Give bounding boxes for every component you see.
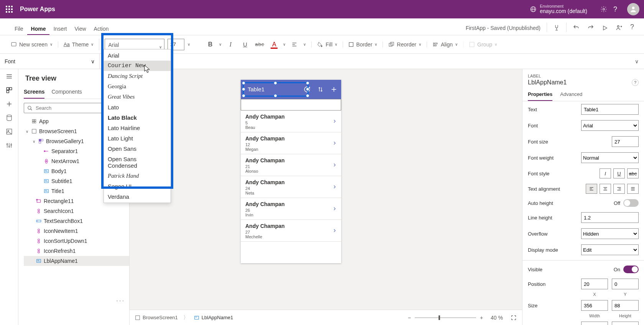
tree-tab-components[interactable]: Components (51, 86, 82, 99)
font-size-input[interactable] (168, 39, 184, 50)
canvas[interactable]: Table1 Andy Champan5BeauAndy Champan12Me… (130, 69, 522, 325)
pad-top-input[interactable] (581, 322, 608, 325)
border-button[interactable]: Border∨ (343, 41, 377, 48)
prop-fontsize-input[interactable] (612, 136, 639, 147)
font-option[interactable]: Great Vibes (104, 92, 171, 102)
app-checker-icon[interactable] (549, 22, 564, 35)
prop-fontweight-select[interactable]: Normal (581, 152, 639, 163)
zoom-out[interactable]: − (408, 315, 411, 321)
line-height-input[interactable] (581, 212, 639, 223)
font-color-button[interactable]: A (268, 39, 280, 50)
prop-underline-btn[interactable]: U (613, 168, 625, 178)
tab-action[interactable]: Action (90, 22, 113, 35)
new-screen-button[interactable]: New screen∨ (11, 41, 53, 48)
align-right-btn[interactable] (613, 184, 625, 194)
crumb-screen[interactable]: BrowseScreen1 (135, 315, 178, 320)
pos-x-input[interactable] (581, 279, 608, 289)
rail-hamburger[interactable] (6, 73, 13, 80)
rail-data[interactable] (6, 114, 13, 121)
font-option[interactable]: Lato (104, 102, 171, 112)
size-w-input[interactable] (581, 300, 608, 311)
preview-title[interactable]: Table1 (248, 86, 264, 92)
font-option[interactable]: Open Sans (104, 144, 171, 154)
font-combo[interactable]: Arial ∨ (105, 39, 164, 50)
strike-button[interactable]: abc (254, 39, 265, 50)
rail-advanced[interactable] (6, 142, 13, 149)
font-option[interactable]: Arial (104, 50, 171, 61)
chevron-right-icon[interactable] (332, 119, 337, 124)
prop-tab-properties[interactable]: Properties (528, 89, 552, 101)
reorder-button[interactable]: Reorder∨ (383, 41, 421, 48)
prop-text-input[interactable] (581, 104, 639, 115)
font-option[interactable]: Georgia (104, 81, 171, 92)
gallery-item[interactable]: Andy Champan21Alonso (241, 154, 341, 176)
gallery-item[interactable]: Andy Champan26Irvin (241, 198, 341, 220)
gallery-item[interactable]: Andy Champan24Neta (241, 176, 341, 198)
environment-picker[interactable]: Environment enayu.com (default) (530, 4, 587, 14)
zoom-in[interactable]: + (480, 315, 483, 321)
bold-button[interactable]: B (204, 39, 216, 50)
gallery-item[interactable]: Andy Champan12Megan (241, 132, 341, 154)
fill-button[interactable]: Fill∨ (311, 41, 337, 48)
prop-help-icon[interactable]: ? (632, 79, 639, 86)
visible-toggle[interactable] (623, 266, 639, 273)
rail-insert[interactable] (6, 101, 13, 107)
pos-y-input[interactable] (612, 279, 639, 289)
displaymode-select[interactable]: Edit (581, 244, 639, 255)
rail-media[interactable] (6, 128, 13, 135)
theme-button[interactable]: Aa Theme∨ (58, 41, 94, 48)
overflow-select[interactable]: Hidden (581, 228, 639, 239)
font-option[interactable]: Verdana (104, 191, 171, 202)
sort-icon[interactable] (317, 86, 324, 92)
prop-tab-advanced[interactable]: Advanced (560, 89, 582, 101)
prop-strike-btn[interactable]: abc (627, 168, 639, 178)
rail-treeview[interactable] (6, 87, 13, 94)
chevron-right-icon[interactable] (332, 206, 337, 211)
chevron-right-icon[interactable] (332, 162, 337, 168)
tree-node-iconnew[interactable]: IconNewItem1 (24, 226, 129, 236)
font-option[interactable]: Open Sans Condensed (104, 154, 171, 171)
settings-icon[interactable] (600, 6, 607, 13)
size-h-input[interactable] (612, 300, 639, 311)
font-option[interactable]: Dancing Script (104, 71, 171, 81)
tree-context-button[interactable]: · · · (117, 297, 124, 304)
chevron-right-icon[interactable] (332, 184, 337, 190)
font-option[interactable]: Lato Light (104, 133, 171, 144)
tree-node-iconsort[interactable]: IconSortUpDown1 (24, 236, 129, 246)
undo-icon[interactable] (569, 22, 583, 35)
tab-home[interactable]: Home (27, 22, 50, 35)
gallery-item[interactable]: Andy Champan27Mechelle (241, 220, 341, 242)
pad-bottom-input[interactable] (612, 322, 639, 325)
help-tab-icon[interactable]: ? (626, 21, 638, 35)
tree-node-searchicon[interactable]: SearchIcon1 (24, 206, 129, 216)
tab-view[interactable]: View (71, 22, 90, 35)
property-selector[interactable]: Font ∨ (0, 54, 100, 69)
chevron-right-icon[interactable] (332, 140, 337, 146)
prop-italic-btn[interactable]: I (600, 168, 611, 178)
tree-node-lblappname[interactable]: LblAppName1 (24, 256, 129, 266)
add-icon[interactable] (330, 86, 337, 93)
chevron-right-icon[interactable] (332, 228, 337, 233)
italic-button[interactable]: I (225, 39, 236, 50)
align-button[interactable]: Align∨ (427, 41, 458, 48)
text-align-button[interactable] (289, 39, 300, 50)
align-justify-btn[interactable] (627, 184, 639, 194)
font-option[interactable]: Courier New (104, 61, 171, 71)
help-icon[interactable]: ? (613, 5, 617, 13)
tab-insert[interactable]: Insert (49, 22, 71, 35)
share-icon[interactable] (612, 22, 626, 35)
gallery-item[interactable]: Andy Champan5Beau (241, 111, 341, 132)
expand-formula-icon[interactable]: ∨ (629, 58, 644, 64)
zoom-slider[interactable] (415, 317, 476, 318)
tab-file[interactable]: File (11, 22, 27, 35)
redo-icon[interactable] (583, 22, 598, 35)
tree-node-textsearchbox[interactable]: TextSearchBox1 (24, 216, 129, 226)
font-dropdown-list[interactable]: ArialCourier NewDancing ScriptGeorgiaGre… (104, 49, 171, 203)
font-option[interactable]: Lato Black (104, 112, 171, 123)
font-option[interactable]: Lato Hairline (104, 123, 171, 133)
preview-search[interactable] (241, 99, 341, 111)
align-center-btn[interactable] (600, 184, 611, 194)
font-option[interactable]: Patrick Hand (104, 171, 171, 181)
user-avatar[interactable] (627, 3, 639, 15)
tree-tab-screens[interactable]: Screens (24, 86, 44, 99)
